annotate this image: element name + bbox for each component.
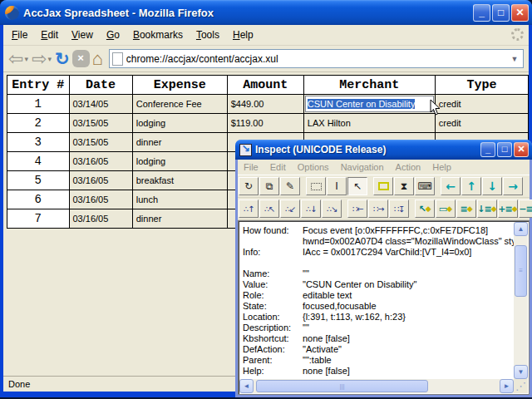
reload-button[interactable]: ↻ — [55, 48, 70, 70]
tree-last-child-icon[interactable]: ∴↘ — [322, 200, 342, 218]
stop-button[interactable]: × — [72, 50, 90, 67]
cell-entry[interactable]: 4 — [7, 152, 70, 171]
column-header-amount: Amount — [227, 76, 303, 95]
horizontal-scroll-thumb[interactable]: ||| — [256, 380, 428, 392]
minimize-button[interactable]: _ — [473, 4, 490, 22]
menu-file[interactable]: File — [5, 27, 34, 43]
pointer-mode-icon[interactable]: ↖ — [347, 177, 367, 195]
navigate-up-icon[interactable]: ↑ — [461, 177, 481, 195]
sibling-next-icon[interactable]: ∷→ — [368, 200, 388, 218]
navigate-down-icon[interactable]: ↓ — [482, 177, 502, 195]
properties-icon[interactable]: ✎ — [280, 177, 300, 195]
focus-node-icon[interactable]: ∷↧ — [389, 200, 409, 218]
watch-cursor-icon[interactable]: ↖◆ — [415, 200, 435, 218]
resize-grip[interactable]: ⋰ — [514, 379, 528, 393]
cell-expense[interactable]: breakfast — [132, 171, 227, 190]
cell-entry[interactable]: 7 — [7, 209, 70, 229]
sibling-previous-icon[interactable]: ∷← — [347, 200, 367, 218]
inspect-menu-navigation[interactable]: Navigation — [335, 160, 390, 174]
inspect-menu-help[interactable]: Help — [426, 160, 457, 174]
inspect-info-panel[interactable]: How found:Focus event [o:0xFFFFFFFC,c:0x… — [238, 220, 530, 395]
tree-parent-icon[interactable]: ∴↖ — [259, 200, 279, 218]
vertical-scrollbar[interactable]: ▲ ≡ ▼ — [514, 222, 528, 379]
cell-type[interactable]: credit — [435, 114, 528, 133]
inspect-titlebar[interactable]: Inspect (UNICODE Release) _ □ ✕ — [235, 140, 532, 160]
cell-expense[interactable]: lunch — [132, 190, 227, 209]
scroll-down-button[interactable]: ▼ — [514, 365, 528, 379]
cell-merchant[interactable]: CSUN Center on Disability — [303, 95, 435, 114]
firefox-titlebar[interactable]: AccJax Spreadsheet - Mozilla Firefox _ □… — [0, 0, 532, 25]
cell-entry[interactable]: 1 — [7, 95, 70, 114]
cell-date[interactable]: 03/16/05 — [69, 209, 132, 229]
cell-amount[interactable]: $449.00 — [227, 95, 303, 114]
cell-entry[interactable]: 2 — [7, 114, 70, 133]
show-info-icon[interactable]: ⌨ — [415, 177, 435, 195]
maximize-button[interactable]: □ — [492, 4, 510, 22]
copy-icon[interactable]: ⧉ — [259, 177, 279, 195]
vertical-scroll-thumb[interactable]: ≡ — [515, 245, 527, 297]
horizontal-scrollbar[interactable]: ◄ ||| ► — [239, 379, 514, 393]
scroll-right-button[interactable]: ► — [500, 379, 514, 393]
watch-caret-icon[interactable]: ↓≡◆ — [477, 200, 497, 218]
tree-child-icon[interactable]: ∴↓ — [301, 200, 321, 218]
inspect-menu-file[interactable]: File — [238, 160, 264, 174]
url-bar[interactable]: chrome://accjax/content/accjax.xul ▼ — [109, 49, 524, 68]
watch-focus-icon[interactable]: ▭◆ — [436, 200, 456, 218]
cell-type[interactable]: credit — [435, 95, 528, 114]
cell-amount[interactable]: $119.00 — [227, 114, 303, 133]
menu-view[interactable]: View — [65, 27, 100, 43]
cell-entry[interactable]: 3 — [7, 133, 70, 152]
cell-date[interactable]: 03/15/05 — [69, 133, 132, 152]
refresh-icon[interactable]: ↻ — [239, 177, 259, 195]
watch-remove-icon[interactable]: −≡◆ — [519, 200, 532, 218]
menu-go[interactable]: Go — [100, 27, 126, 43]
scroll-up-button[interactable]: ▲ — [514, 222, 528, 236]
close-button[interactable]: ✕ — [511, 4, 529, 22]
cell-expense[interactable]: dinner — [132, 209, 227, 229]
inspect-close-button[interactable]: ✕ — [514, 142, 529, 157]
sibling-previous-icon-glyph: ∷← — [352, 204, 363, 214]
menu-edit[interactable]: Edit — [34, 27, 65, 43]
merchant-edit-field[interactable]: CSUN Center on Disability — [305, 96, 434, 112]
inspect-menu-action[interactable]: Action — [390, 160, 427, 174]
highlight-rect-icon[interactable] — [373, 177, 393, 195]
menu-bookmarks[interactable]: Bookmarks — [126, 27, 190, 43]
cell-date[interactable]: 03/16/05 — [69, 171, 132, 190]
inspect-menu-options[interactable]: Options — [292, 160, 335, 174]
cell-expense[interactable]: lodging — [132, 114, 227, 133]
menu-help[interactable]: Help — [226, 27, 260, 43]
selected-text: CSUN Center on Disability — [308, 99, 416, 109]
navigate-left-icon[interactable]: ← — [441, 177, 461, 195]
inspect-minimize-button[interactable]: _ — [480, 142, 495, 157]
menu-tools[interactable]: Tools — [190, 27, 226, 43]
cell-entry[interactable]: 5 — [7, 171, 70, 190]
navigate-right-icon[interactable]: → — [503, 177, 523, 195]
tree-first-child-icon[interactable]: ∴↙ — [280, 200, 300, 218]
marquee-mode-icon[interactable] — [306, 177, 326, 195]
property-label: State: — [243, 301, 303, 312]
hourglass-icon[interactable]: ⧗ — [394, 177, 414, 195]
tree-root-icon[interactable]: ∴↑ — [239, 200, 259, 218]
home-button[interactable]: ⌂ — [92, 48, 103, 70]
cell-date[interactable]: 03/14/05 — [69, 95, 132, 114]
url-dropdown-button[interactable]: ▼ — [508, 55, 521, 63]
cell-entry[interactable]: 6 — [7, 190, 70, 209]
url-text[interactable]: chrome://accjax/content/accjax.xul — [126, 53, 508, 65]
cell-date[interactable]: 03/16/05 — [69, 152, 132, 171]
cell-expense[interactable]: lodging — [132, 152, 227, 171]
forward-dropdown-icon[interactable]: ▾ — [47, 55, 52, 63]
inspect-menu-edit[interactable]: Edit — [264, 160, 292, 174]
cell-expense[interactable]: Conference Fee — [132, 95, 227, 114]
back-dropdown-icon[interactable]: ▾ — [24, 55, 28, 63]
cell-date[interactable]: 03/16/05 — [69, 190, 132, 209]
back-button[interactable]: ⇦ — [8, 48, 23, 70]
scroll-left-button[interactable]: ◄ — [239, 379, 254, 393]
forward-button[interactable]: ⇨ — [32, 48, 47, 70]
cell-merchant[interactable]: LAX Hilton — [303, 114, 435, 133]
watch-add-icon[interactable]: +≡◆ — [498, 200, 518, 218]
inspect-maximize-button[interactable]: □ — [497, 142, 512, 157]
caret-mode-icon[interactable]: I — [327, 177, 347, 195]
watch-selection-icon[interactable]: ≡◆ — [456, 200, 476, 218]
cell-expense[interactable]: dinner — [132, 133, 227, 152]
cell-date[interactable]: 03/15/05 — [69, 114, 132, 133]
